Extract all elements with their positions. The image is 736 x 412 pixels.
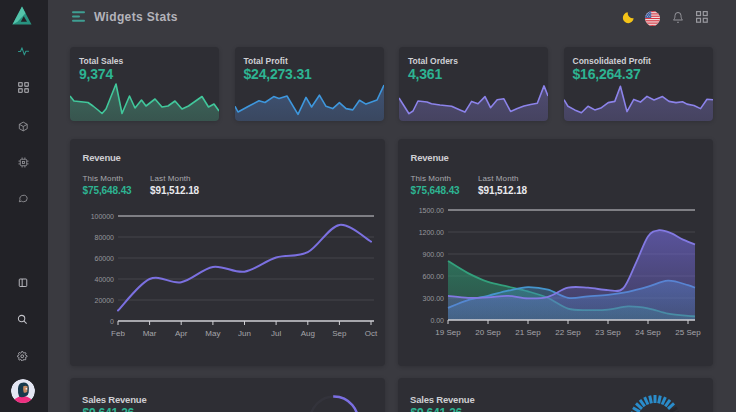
svg-text:1500.00: 1500.00	[419, 207, 444, 214]
svg-text:60000: 60000	[95, 255, 115, 262]
svg-text:20 Sep: 20 Sep	[475, 328, 501, 337]
svg-text:600.00: 600.00	[423, 273, 445, 280]
svg-text:1200.00: 1200.00	[419, 229, 444, 236]
svg-text:Mar: Mar	[143, 329, 157, 338]
svg-text:Apr: Apr	[175, 329, 188, 338]
svg-text:100000: 100000	[91, 213, 114, 220]
svg-text:300.00: 300.00	[423, 295, 445, 302]
svg-text:80000: 80000	[95, 234, 115, 241]
svg-text:25 Sep: 25 Sep	[675, 328, 701, 337]
svg-text:Oct: Oct	[365, 329, 378, 338]
svg-text:Feb: Feb	[111, 329, 125, 338]
svg-text:21 Sep: 21 Sep	[515, 328, 541, 337]
svg-text:20000: 20000	[95, 297, 115, 304]
svg-text:Jul: Jul	[271, 329, 281, 338]
svg-text:0.00: 0.00	[430, 317, 444, 324]
svg-text:22 Sep: 22 Sep	[555, 328, 581, 337]
svg-text:May: May	[205, 329, 220, 338]
svg-text:Sep: Sep	[332, 329, 347, 338]
svg-text:Aug: Aug	[301, 329, 315, 338]
svg-text:19 Sep: 19 Sep	[435, 328, 461, 337]
svg-text:0: 0	[110, 318, 114, 325]
svg-text:23 Sep: 23 Sep	[595, 328, 621, 337]
svg-text:900.00: 900.00	[423, 251, 445, 258]
svg-text:40000: 40000	[95, 276, 115, 283]
svg-text:24 Sep: 24 Sep	[635, 328, 661, 337]
svg-text:Jun: Jun	[238, 329, 251, 338]
